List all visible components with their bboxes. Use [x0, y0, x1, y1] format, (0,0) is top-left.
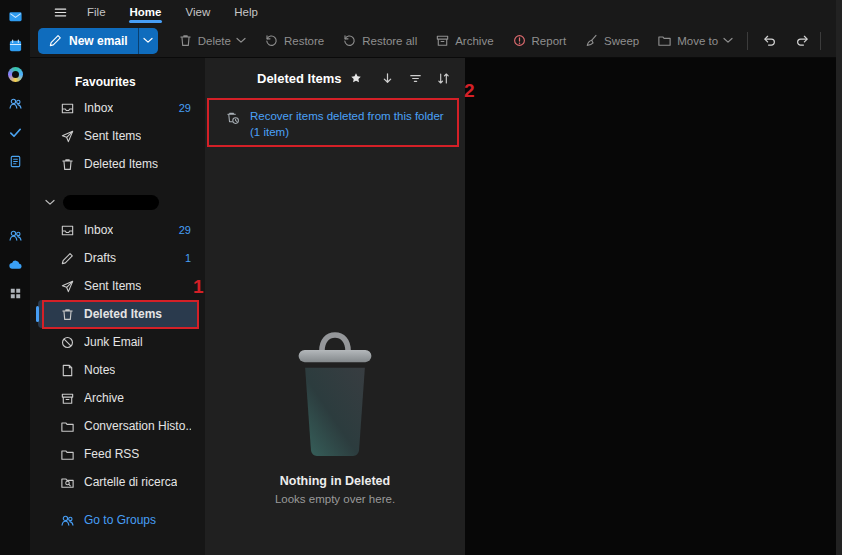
- copilot-icon: [8, 67, 23, 82]
- sort-icon: [436, 71, 451, 86]
- reading-pane: [465, 58, 842, 555]
- toolbar-separator: [820, 32, 821, 50]
- groups-icon: [8, 228, 23, 243]
- notes-icon: [60, 363, 75, 378]
- menu-label: Home: [130, 6, 162, 18]
- trash-icon: [60, 307, 75, 322]
- star-icon: [350, 72, 362, 84]
- people-app-button[interactable]: [3, 91, 27, 115]
- go-to-groups-link[interactable]: Go to Groups: [38, 506, 199, 534]
- new-email-dropdown-button[interactable]: [138, 28, 158, 54]
- folder-label: Inbox: [84, 223, 113, 237]
- onedrive-app-button[interactable]: [3, 252, 27, 276]
- sidebar-item-inbox[interactable]: Inbox 29: [38, 216, 199, 244]
- onedrive-icon: [8, 257, 23, 272]
- new-email-split-button: New email: [38, 28, 158, 54]
- sidebar-item-fav-deleted[interactable]: Deleted Items: [38, 150, 199, 178]
- menu-bar: File Home View Help: [30, 0, 842, 24]
- folder-label: Sent Items: [84, 129, 141, 143]
- folder-icon: [60, 419, 75, 434]
- move-to-button[interactable]: Move to: [649, 28, 741, 54]
- folder-label: Drafts: [84, 251, 116, 265]
- menu-tab-view[interactable]: View: [174, 0, 221, 24]
- todo-icon: [8, 125, 23, 140]
- restore-label: Restore: [284, 35, 324, 47]
- archive-button[interactable]: Archive: [427, 28, 501, 54]
- todo-app-button[interactable]: [3, 120, 27, 144]
- menu-label: File: [87, 6, 106, 18]
- more-apps-button[interactable]: [3, 281, 27, 305]
- folder-label: Inbox: [84, 101, 113, 115]
- favorite-star-button[interactable]: [350, 72, 362, 84]
- menu-tab-help[interactable]: Help: [223, 0, 269, 24]
- list-pane-header: Deleted Items: [205, 58, 465, 98]
- toolbar-separator: [747, 32, 748, 50]
- message-list-pane: Deleted Items Recover items deleted from…: [205, 58, 465, 555]
- ribbon-toolbar: New email Delete Restore Restore all: [30, 24, 842, 58]
- junk-icon: [60, 335, 75, 350]
- redo-button[interactable]: [787, 28, 818, 54]
- restore-icon: [264, 33, 279, 48]
- sidebar-item-fav-sent[interactable]: Sent Items: [38, 122, 199, 150]
- groups-icon: [60, 513, 75, 528]
- menu-tab-home[interactable]: Home: [119, 0, 173, 24]
- account-row[interactable]: [30, 188, 205, 216]
- mail-app-button[interactable]: [3, 4, 27, 28]
- archive-icon: [435, 33, 450, 48]
- favourites-header[interactable]: Favourites: [30, 70, 205, 94]
- restore-icon: [342, 33, 357, 48]
- app-rail: [0, 0, 30, 555]
- delete-label: Delete: [198, 35, 231, 47]
- notebook-icon: [8, 154, 23, 169]
- sidebar-item-notes[interactable]: Notes: [38, 356, 199, 384]
- sidebar-item-fav-inbox[interactable]: Inbox 29: [38, 94, 199, 122]
- move-to-folder-icon: [657, 33, 672, 48]
- sidebar-item-junk[interactable]: Junk Email: [38, 328, 199, 356]
- notebook-app-button[interactable]: [3, 149, 27, 173]
- menu-label: Help: [234, 6, 258, 18]
- sidebar-item-feed-rss[interactable]: Feed RSS: [38, 440, 199, 468]
- outlook-window: File Home View Help New email Delete: [0, 0, 842, 555]
- delete-button[interactable]: Delete: [170, 28, 254, 54]
- empty-title: Nothing in Deleted: [205, 474, 465, 488]
- sidebar-item-drafts[interactable]: Drafts 1: [38, 244, 199, 272]
- hamburger-icon: [53, 5, 68, 20]
- restore-all-button[interactable]: Restore all: [334, 28, 425, 54]
- empty-subtitle: Looks empty over here.: [205, 493, 465, 505]
- sidebar-item-deleted[interactable]: Deleted Items: [38, 300, 199, 328]
- folder-label: Junk Email: [84, 335, 143, 349]
- folder-label: Sent Items: [84, 279, 141, 293]
- copilot-app-button[interactable]: [3, 62, 27, 86]
- sidebar-item-sent[interactable]: Sent Items: [38, 272, 199, 300]
- new-email-label: New email: [69, 34, 128, 48]
- content-area: Favourites Inbox 29 Sent Items Deleted I…: [30, 58, 842, 555]
- menu-tab-file[interactable]: File: [76, 0, 117, 24]
- report-button[interactable]: Report: [504, 28, 575, 54]
- folder-label: Conversation Histo...: [84, 419, 191, 433]
- sidebar-item-conversation-history[interactable]: Conversation Histo...: [38, 412, 199, 440]
- sort-direction-button[interactable]: [375, 66, 399, 90]
- account-name-redacted: [63, 195, 159, 210]
- folder-label: Cartelle di ricerca: [84, 475, 177, 489]
- recover-deleted-items-link[interactable]: Recover items deleted from this folder (…: [209, 100, 461, 148]
- new-email-button[interactable]: New email: [38, 28, 138, 54]
- sidebar-item-archive[interactable]: Archive: [38, 384, 199, 412]
- calendar-app-button[interactable]: [3, 33, 27, 57]
- sweep-button[interactable]: Sweep: [576, 28, 647, 54]
- folder-icon: [60, 447, 75, 462]
- restore-button[interactable]: Restore: [256, 28, 332, 54]
- hamburger-menu-button[interactable]: [46, 0, 74, 24]
- compose-icon: [48, 33, 63, 48]
- scrollbar[interactable]: [836, 0, 842, 555]
- inbox-icon: [60, 101, 75, 116]
- filter-button[interactable]: [403, 66, 427, 90]
- undo-button[interactable]: [754, 28, 785, 54]
- folder-title: Deleted Items: [257, 71, 342, 86]
- folder-label: Deleted Items: [84, 307, 162, 321]
- restore-all-label: Restore all: [362, 35, 417, 47]
- sort-button[interactable]: [431, 66, 455, 90]
- groups-app-button[interactable]: [3, 223, 27, 247]
- sidebar-item-search-folders[interactable]: Cartelle di ricerca: [38, 468, 199, 496]
- undo-icon: [762, 33, 777, 48]
- arrow-down-icon: [380, 71, 395, 86]
